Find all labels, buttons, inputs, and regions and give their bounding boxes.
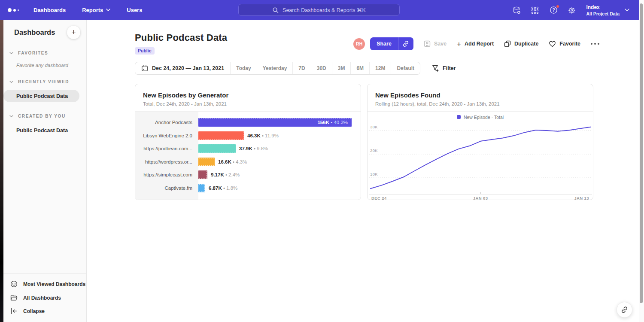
settings-gear-icon[interactable]	[568, 6, 576, 15]
sidebar-item-public-podcast-data[interactable]: Public Podcast Data	[3, 90, 79, 102]
scrollbar-track	[639, 0, 644, 322]
section-header-favorites[interactable]: FAVORITES	[3, 51, 86, 55]
date-preset-6m[interactable]: 6M	[350, 62, 369, 74]
footer-item-label: All Dashboards	[23, 295, 61, 301]
svg-text:30K: 30K	[370, 125, 378, 129]
bar-row: 16.6K • 4.3%	[198, 155, 361, 169]
filter-funnel-icon	[432, 65, 439, 72]
bar-category-label: Libsyn WebEngine 2.0	[135, 129, 198, 143]
date-preset-today[interactable]: Today	[230, 62, 256, 74]
share-link-button[interactable]	[398, 37, 413, 50]
section-header-created-by-you[interactable]: CREATED BY YOU	[3, 114, 86, 118]
favorites-empty-text: Favorite any dashboard	[3, 63, 86, 68]
folder-icon	[10, 295, 18, 301]
line-chart-plot[interactable]: 10K20K30K	[369, 122, 592, 194]
project-subtitle: All Project Data	[586, 11, 620, 16]
bar-segment[interactable]	[198, 170, 207, 179]
date-toolbar: Dec 24, 2020 — Jan 13, 2021 TodayYesterd…	[87, 62, 644, 75]
line-chart-x-axis: DEC 24 JAN 03 JAN 13	[368, 194, 593, 200]
section-label: CREATED BY YOU	[18, 114, 66, 118]
bar-segment[interactable]	[198, 184, 205, 192]
sidebar-item-public-podcast-data[interactable]: Public Podcast Data	[3, 124, 86, 137]
date-preset-default[interactable]: Default	[391, 62, 420, 74]
share-button-group: Share	[370, 37, 413, 50]
favorite-label: Favorite	[559, 41, 580, 47]
section-label: FAVORITES	[18, 51, 48, 55]
navbar-right: ? Index All Project Data	[512, 4, 629, 16]
smiley-icon	[10, 280, 18, 288]
nav-tab-dashboards[interactable]: Dashboards	[33, 7, 66, 13]
chevron-down-icon	[106, 9, 110, 12]
filter-button[interactable]: Filter	[432, 65, 456, 72]
legend-swatch	[457, 115, 461, 119]
more-menu-button[interactable]	[591, 43, 599, 45]
nav-tab-users[interactable]: Users	[127, 7, 142, 13]
nav-tab-label: Reports	[82, 7, 103, 13]
search-input[interactable]: Search Dashboards & Reports ⌘K	[238, 4, 400, 16]
sidebar-section-recently-viewed: RECENTLY VIEWED Public Podcast Data	[3, 79, 86, 102]
section-header-recently-viewed[interactable]: RECENTLY VIEWED	[3, 79, 86, 84]
nav-tab-label: Dashboards	[33, 7, 66, 13]
x-tick-label: JAN 03	[473, 196, 488, 200]
nav-tab-reports[interactable]: Reports	[82, 7, 110, 13]
avatar[interactable]: RH	[353, 38, 365, 50]
nav-tab-label: Users	[127, 7, 142, 13]
save-icon	[424, 40, 431, 47]
bar-segment[interactable]	[198, 131, 244, 140]
bar-chart-subtitle: Total, Dec 24th, 2020 - Jan 13th, 2021	[143, 101, 353, 106]
data-management-icon[interactable]	[512, 6, 521, 15]
collapse-sidebar-button[interactable]: Collapse	[3, 304, 86, 318]
project-selector[interactable]: Index All Project Data	[586, 4, 629, 16]
favorite-button[interactable]: Favorite	[549, 40, 580, 47]
chevron-down-icon	[9, 115, 13, 118]
add-report-label: Add Report	[465, 41, 494, 47]
link-icon	[402, 40, 409, 47]
date-preset-7d[interactable]: 7D	[292, 62, 310, 74]
svg-text:10K: 10K	[370, 172, 378, 176]
footer-item-label: Collapse	[23, 308, 45, 314]
add-report-button[interactable]: + Add Report	[457, 40, 494, 48]
share-button[interactable]: Share	[370, 37, 398, 50]
copy-link-fab[interactable]	[617, 302, 632, 318]
bar-row: 37.9K • 9.8%	[198, 142, 361, 155]
bar-chart-title: New Episodes by Generator	[143, 91, 353, 99]
x-tick-label: DEC 24	[371, 196, 387, 200]
bar-segment[interactable]	[198, 144, 236, 153]
date-preset-12m[interactable]: 12M	[369, 62, 391, 74]
apps-grid-icon[interactable]	[531, 6, 539, 15]
line-chart-title: New Episodes Found	[375, 91, 585, 99]
all-dashboards-button[interactable]: All Dashboards	[3, 291, 86, 304]
sidebar-footer: Most Viewed Dashboards All Dashboards Co…	[3, 273, 86, 322]
save-button[interactable]: Save	[424, 40, 447, 47]
bar-segment[interactable]: 156K • 40.3%	[198, 118, 352, 127]
bar-category-label: https://wordpress.or...	[135, 155, 198, 169]
line-series[interactable]	[371, 127, 591, 189]
bar-chart-card: New Episodes by Generator Total, Dec 24t…	[135, 84, 361, 200]
add-dashboard-button[interactable]: +	[67, 26, 80, 39]
most-viewed-dashboards-button[interactable]: Most Viewed Dashboards	[3, 277, 86, 291]
bar-chart-bars: 156K • 40.3%46.3K • 11.9%37.9K • 9.8%16.…	[198, 112, 361, 200]
date-range-label: Dec 24, 2020 — Jan 13, 2021	[152, 65, 224, 71]
collapse-icon	[10, 308, 18, 314]
search-placeholder: Search Dashboards & Reports ⌘K	[283, 7, 366, 13]
date-preset-30d[interactable]: 30D	[311, 62, 332, 74]
bar-category-label: Captivate.fm	[135, 182, 198, 195]
date-range-picker[interactable]: Dec 24, 2020 — Jan 13, 2021	[135, 62, 230, 74]
sidebar-section-favorites: FAVORITES Favorite any dashboard	[3, 51, 86, 68]
scrollbar-thumb[interactable]	[640, 3, 643, 303]
chevron-down-icon	[625, 9, 629, 12]
duplicate-button[interactable]: Duplicate	[504, 40, 538, 47]
plus-icon: +	[457, 40, 461, 48]
bar-segment[interactable]	[198, 158, 215, 166]
line-chart-card: New Episodes Found Rolling (12 hours), t…	[367, 84, 593, 200]
date-preset-yesterday[interactable]: Yesterday	[257, 62, 293, 74]
mixpanel-logo-icon[interactable]	[8, 8, 22, 12]
date-range-group: Dec 24, 2020 — Jan 13, 2021 TodayYesterd…	[135, 62, 420, 75]
help-icon[interactable]: ?	[549, 6, 558, 15]
bar-value-label: 37.9K • 9.8%	[239, 146, 268, 151]
project-name: Index	[586, 4, 620, 10]
bar-value-label: 6.87K • 1.8%	[209, 185, 237, 191]
date-preset-3m[interactable]: 3M	[332, 62, 351, 74]
chevron-down-icon	[9, 81, 13, 83]
calendar-icon	[141, 65, 148, 72]
